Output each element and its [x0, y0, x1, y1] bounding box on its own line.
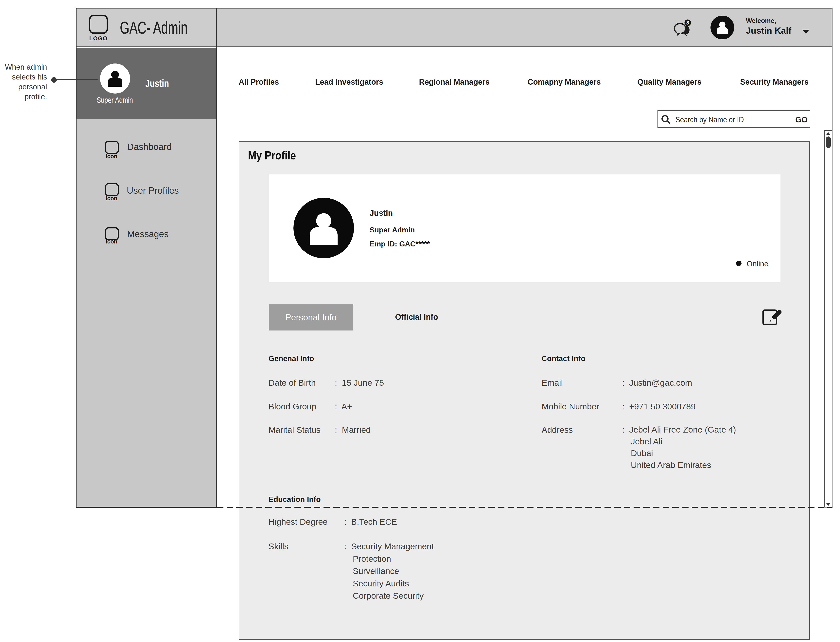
svg-text:8: 8: [686, 20, 689, 26]
